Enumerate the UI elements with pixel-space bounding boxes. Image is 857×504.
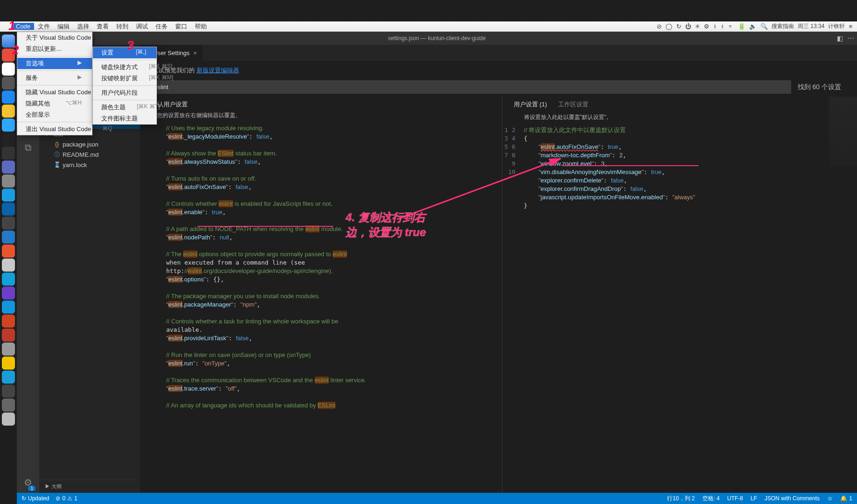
menu-select[interactable]: 选择	[73, 22, 93, 31]
file-yarn-lock[interactable]: 🧵yarn.lock	[39, 160, 140, 170]
menu-code[interactable]: Code	[12, 23, 34, 30]
annotation-3: 3	[127, 38, 134, 53]
dock-trash-icon[interactable]	[2, 413, 15, 426]
menu-hide-vscode[interactable]: 隐藏 Visual Studio Code⌘H	[17, 87, 92, 98]
status-language[interactable]: JSON with Comments	[765, 495, 820, 503]
battery-icon[interactable]: 🔋	[738, 23, 745, 30]
search-icon[interactable]: 🔍	[760, 23, 768, 30]
close-icon[interactable]: ×	[193, 49, 197, 56]
dock-app-icon[interactable]	[2, 217, 15, 230]
annotation-underline	[562, 165, 699, 166]
menubar-date[interactable]: 周三 13:34	[798, 22, 824, 30]
window-title: settings.json — kunlun-client-dev-guide	[388, 35, 486, 42]
menubar-icon[interactable]: ⚙	[704, 23, 709, 30]
dock-app-icon[interactable]	[2, 245, 15, 258]
dock-app-icon[interactable]	[2, 189, 15, 202]
menubar-icon[interactable]: ↻	[676, 23, 681, 30]
dock-app-icon[interactable]	[2, 203, 15, 216]
dock-app-icon[interactable]	[2, 301, 15, 314]
wifi-icon[interactable]: ᯤ	[728, 23, 734, 30]
minimap[interactable]	[829, 97, 857, 167]
submenu-user-snippets[interactable]: 用户代码片段	[93, 87, 156, 98]
menu-services[interactable]: 服务▶	[17, 72, 92, 84]
menubar-icon[interactable]: ⏻	[685, 23, 691, 30]
status-spaces[interactable]: 空格: 4	[702, 495, 720, 503]
menubar-user[interactable]: 计铁轩	[828, 22, 845, 30]
dock-terminal-icon[interactable]	[2, 133, 15, 146]
submenu-color-theme[interactable]: 颜色主题[⌘K ⌘T]	[93, 102, 156, 113]
settings-search-row: 找到 60 个设置	[149, 80, 848, 94]
dock-safari-icon[interactable]	[2, 91, 15, 104]
menu-edit[interactable]: 编辑	[54, 22, 73, 31]
status-encoding[interactable]: UTF-8	[727, 495, 743, 503]
submenu-file-icon-theme[interactable]: 文件图标主题	[93, 113, 156, 124]
extensions-icon[interactable]: ⧉	[17, 137, 39, 158]
dock-appstore-icon[interactable]	[2, 119, 15, 132]
menu-about[interactable]: 关于 Visual Studio Code	[17, 32, 92, 43]
menu-view[interactable]: 查看	[93, 22, 113, 31]
dock-app-icon[interactable]	[2, 343, 15, 356]
bluetooth-icon[interactable]: ᚼ	[721, 23, 724, 30]
settings-preview-banner: 试试预览我们的 新版设置编辑器	[140, 61, 857, 76]
dock-app-icon[interactable]	[2, 315, 15, 328]
dock-app-icon[interactable]	[2, 77, 15, 90]
dock-app-icon[interactable]	[2, 231, 15, 244]
new-settings-editor-link[interactable]: 新版设置编辑器	[197, 67, 239, 74]
menu-window[interactable]: 窗口	[171, 22, 191, 31]
dock-app-icon[interactable]	[2, 385, 15, 398]
dock-app-icon[interactable]	[2, 399, 15, 412]
submenu-keymap-extensions[interactable]: 按键映射扩展[⌘K ⌘M]	[93, 73, 156, 84]
preferences-submenu: 设置[⌘,] 键盘快捷方式[⌘K ⌘S] 按键映射扩展[⌘K ⌘M] 用户代码片…	[92, 47, 157, 125]
status-bell-icon[interactable]: 🔔1	[840, 495, 852, 503]
menubar-icon[interactable]: ≡	[849, 23, 852, 30]
volume-icon[interactable]: 🔈	[749, 23, 757, 30]
menubar-icon[interactable]: ◯	[666, 23, 673, 30]
file-package-json[interactable]: {}package.json	[39, 139, 140, 149]
dock-app-icon[interactable]	[2, 287, 15, 300]
submenu-keyboard-shortcuts[interactable]: 键盘快捷方式[⌘K ⌘S]	[93, 62, 156, 73]
status-updated[interactable]: ↻ Updated	[21, 495, 49, 502]
status-eol[interactable]: LF	[751, 495, 757, 503]
menubar-icon[interactable]: ᚼ	[713, 23, 717, 30]
more-icon[interactable]: ⋯	[848, 35, 854, 42]
menu-restart-update[interactable]: 重启以更新…	[17, 43, 92, 55]
settings-gear-icon[interactable]: ⚙1	[17, 472, 39, 493]
menu-tasks[interactable]: 任务	[152, 22, 171, 31]
settings-search-input[interactable]	[149, 80, 791, 94]
menu-preferences[interactable]: 首选项▶	[17, 58, 92, 69]
split-editor-icon[interactable]: ◧	[837, 35, 843, 42]
file-readme[interactable]: ⓘREADME.md	[39, 149, 140, 160]
dock-github-icon[interactable]	[2, 147, 15, 160]
dock-app-icon[interactable]	[2, 161, 15, 174]
dock-chrome-icon[interactable]	[2, 105, 15, 118]
menubar-icon[interactable]: ⊘	[657, 23, 662, 30]
menu-help[interactable]: 帮助	[191, 22, 211, 31]
menu-show-all[interactable]: 全部显示	[17, 109, 92, 120]
dock-app-icon[interactable]	[2, 259, 15, 272]
menubar-icon[interactable]: ✳	[695, 23, 700, 30]
status-problems[interactable]: ⊘ 0 ⚠ 1	[56, 495, 77, 502]
dock-app-icon[interactable]	[2, 371, 15, 384]
dock-app-icon[interactable]	[2, 273, 15, 286]
menu-quit[interactable]: 退出 Visual Studio Code⌘Q	[17, 124, 92, 135]
menu-file[interactable]: 文件	[34, 22, 54, 31]
menu-hide-others[interactable]: 隐藏其他⌥⌘H	[17, 98, 92, 109]
submenu-settings[interactable]: 设置[⌘,]	[93, 47, 156, 58]
annotation-4: 4. 复制这行到右 边，设置为 true	[346, 210, 426, 240]
dock-calendar-icon[interactable]	[2, 63, 15, 76]
annotation-1: 1	[8, 19, 15, 33]
menu-debug[interactable]: 调试	[132, 22, 152, 31]
dock-app-icon[interactable]	[2, 329, 15, 342]
status-cursor-pos[interactable]: 行10，列 2	[667, 495, 694, 503]
dock-app-icon[interactable]	[2, 175, 15, 188]
menu-goto[interactable]: 转到	[113, 22, 132, 31]
vscode-titlebar: settings.json — kunlun-client-dev-guide …	[17, 32, 857, 45]
status-bar: ↻ Updated ⊘ 0 ⚠ 1 行10，列 2 空格: 4 UTF-8 LF…	[17, 493, 857, 504]
outline-section[interactable]: ▶ 大纲	[39, 480, 140, 493]
dock-app-icon[interactable]	[2, 357, 15, 370]
status-feedback-icon[interactable]: ☺	[827, 495, 833, 503]
default-settings-title: 默认用户设置	[140, 97, 502, 112]
tab-workspace-settings[interactable]: 工作区设置	[558, 100, 588, 109]
menubar-search-text[interactable]: 搜索指南	[772, 22, 794, 30]
tab-user-settings[interactable]: 用户设置 (1)	[514, 100, 547, 109]
